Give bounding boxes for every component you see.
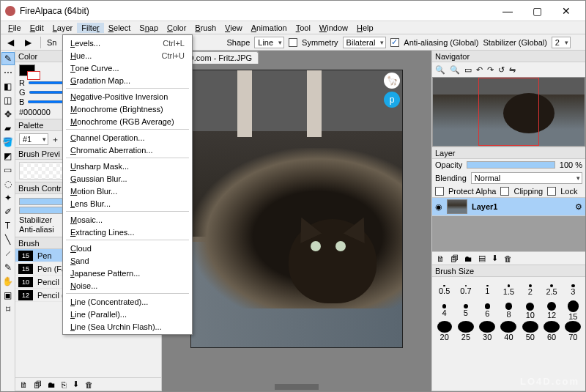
menu-filter[interactable]: Filter	[77, 23, 103, 33]
wand-tool-icon[interactable]: ✦	[1, 191, 15, 204]
filter-menu-item[interactable]: Channel Operation...	[63, 131, 192, 144]
dot-tool-icon[interactable]: ⋯	[1, 66, 15, 79]
brush-size-cell[interactable]: 1	[477, 280, 498, 300]
filter-menu-item[interactable]: Cloud	[63, 242, 192, 254]
palette-select[interactable]: #1	[19, 133, 48, 145]
eraser-tool-icon[interactable]: ◧	[1, 80, 15, 93]
brush-size-cell[interactable]: 25	[455, 321, 476, 341]
layer-merge-icon[interactable]: ▤	[478, 254, 486, 263]
menu-file[interactable]: File	[4, 23, 26, 33]
shape-dropdown[interactable]: Line	[254, 37, 284, 48]
brush-size-cell[interactable]: 40	[498, 321, 519, 341]
filter-menu-item[interactable]: Extracting Lines...	[63, 226, 192, 238]
brush-dup-icon[interactable]: 🗐	[34, 380, 42, 389]
layer-delete-icon[interactable]: 🗑	[504, 254, 512, 263]
brush-size-cell[interactable]: 12	[541, 300, 562, 321]
lock-checkbox[interactable]	[547, 187, 556, 196]
layer-down-icon[interactable]: ⬇	[492, 254, 498, 263]
filter-menu-item[interactable]: Monochrome (Brightness)	[63, 103, 192, 115]
navigator-preview[interactable]	[432, 77, 585, 147]
brush-size-cell[interactable]: 0.7	[455, 280, 476, 300]
brush-tool-icon[interactable]: ✎	[1, 52, 15, 65]
brush-size-cell[interactable]: 8	[498, 300, 519, 321]
filter-menu-item[interactable]: Japanese Pattern...	[63, 267, 192, 279]
bucket-tool-icon[interactable]: 🪣	[1, 136, 15, 149]
menu-tool[interactable]: Tool	[292, 23, 315, 33]
maximize-button[interactable]: ▢	[522, 1, 552, 21]
move-tool-icon[interactable]: ✥	[1, 108, 15, 121]
brush-size-cell[interactable]: 2.5	[541, 280, 562, 300]
gradient-tool-icon[interactable]: ◩	[1, 149, 15, 163]
select-lasso-tool-icon[interactable]: ◌	[1, 177, 15, 191]
close-button[interactable]: ✕	[552, 1, 581, 21]
eyedropper-tool-icon[interactable]: ✎	[1, 261, 15, 274]
menu-edit[interactable]: Edit	[26, 23, 48, 33]
menu-animation[interactable]: Animation	[247, 23, 292, 33]
aa-checkbox[interactable]	[390, 38, 399, 47]
filter-menu-item[interactable]: Line (Concentrated)...	[63, 295, 192, 308]
divide-tool-icon[interactable]: ⌑	[1, 303, 15, 316]
filter-menu-item[interactable]: Line (Sea Urchin Flash)...	[63, 320, 192, 333]
layer-visible-icon[interactable]: ◉	[435, 202, 442, 212]
layer-item[interactable]: ◉ Layer1 ⚙	[432, 197, 585, 216]
brush-folder-icon[interactable]: 🖿	[48, 380, 56, 389]
menu-view[interactable]: View	[220, 23, 247, 33]
filter-menu-item[interactable]: Lens Blur...	[63, 197, 192, 210]
minimize-button[interactable]: —	[493, 1, 522, 21]
menu-help[interactable]: Help	[352, 23, 378, 33]
zoom-in-icon[interactable]: 🔍	[435, 65, 445, 75]
select-pen-tool-icon[interactable]: ✐	[1, 205, 15, 218]
object-tool-icon[interactable]: ▣	[1, 289, 15, 302]
brush-size-cell[interactable]: 15	[563, 300, 584, 321]
menu-brush[interactable]: Brush	[190, 23, 220, 33]
fill-tool-icon[interactable]: ▰	[1, 122, 15, 135]
menu-snap[interactable]: Snap	[135, 23, 163, 33]
brush-size-cell[interactable]: 4	[434, 300, 455, 321]
menu-window[interactable]: Window	[315, 23, 352, 33]
brush-size-cell[interactable]: 60	[541, 321, 562, 341]
stabilizer-dropdown[interactable]: 2	[552, 37, 571, 48]
filter-menu-item[interactable]: Line (Parallel)...	[63, 308, 192, 320]
filter-menu-item[interactable]: Gradation Map...	[63, 74, 192, 86]
brush-import-icon[interactable]: ⬇	[73, 380, 79, 389]
filter-menu-item[interactable]: Sand	[63, 254, 192, 267]
brush-delete-icon[interactable]: 🗑	[85, 380, 93, 389]
brush-size-cell[interactable]: 2	[519, 280, 541, 300]
layer-gear-icon[interactable]: ⚙	[575, 202, 582, 212]
brush-size-cell[interactable]: 1.5	[498, 280, 519, 300]
hand-tool-icon[interactable]: ✋	[1, 275, 15, 288]
menu-select[interactable]: Select	[104, 23, 136, 33]
brush-size-cell[interactable]: 50	[519, 321, 541, 341]
menu-layer[interactable]: Layer	[48, 23, 78, 33]
brush-size-cell[interactable]: 0.5	[434, 280, 455, 300]
brush-size-cell[interactable]: 10	[519, 300, 541, 321]
nav-fwd-icon[interactable]: ▶	[21, 36, 34, 49]
brush-size-cell[interactable]: 6	[477, 300, 498, 321]
filter-menu-item[interactable]: Gaussian Blur...	[63, 172, 192, 185]
brush-size-cell[interactable]: 30	[477, 321, 498, 341]
symmetry-checkbox[interactable]	[289, 38, 297, 47]
filter-menu-item[interactable]: Mosaic...	[63, 213, 192, 226]
text-tool-icon[interactable]: T	[1, 219, 15, 232]
line-tool-icon[interactable]: ╲	[1, 233, 15, 246]
protect-alpha-checkbox[interactable]	[435, 187, 444, 196]
filter-menu-item[interactable]: Negative-Positive Inversion	[63, 90, 192, 103]
filter-menu-item[interactable]: Noise...	[63, 279, 192, 292]
canvas[interactable]: 🦙 p	[190, 70, 403, 348]
clipping-checkbox[interactable]	[500, 187, 509, 196]
palette-add-icon[interactable]: ＋	[51, 134, 59, 145]
shapes-tool-icon[interactable]: ◫	[1, 94, 15, 107]
brush-new-icon[interactable]: 🗎	[20, 380, 28, 389]
brush-size-cell[interactable]: 70	[563, 321, 584, 341]
filter-menu-item[interactable]: Tone Curve...	[63, 62, 192, 74]
polyline-tool-icon[interactable]: ⟋	[1, 247, 15, 260]
filter-menu-item[interactable]: Levels...Ctrl+L	[63, 37, 192, 49]
h-scrollbar[interactable]	[275, 384, 319, 390]
layer-new-icon[interactable]: 🗎	[437, 254, 445, 263]
layer-dup-icon[interactable]: 🗐	[450, 254, 459, 263]
zoom-out-icon[interactable]: 🔍	[450, 65, 460, 75]
opacity-slider[interactable]	[467, 161, 555, 169]
filter-menu-item[interactable]: Chromatic Aberration...	[63, 144, 192, 156]
fg-color-swatch[interactable]	[19, 64, 35, 76]
reset-rot-icon[interactable]: ↺	[498, 65, 505, 75]
